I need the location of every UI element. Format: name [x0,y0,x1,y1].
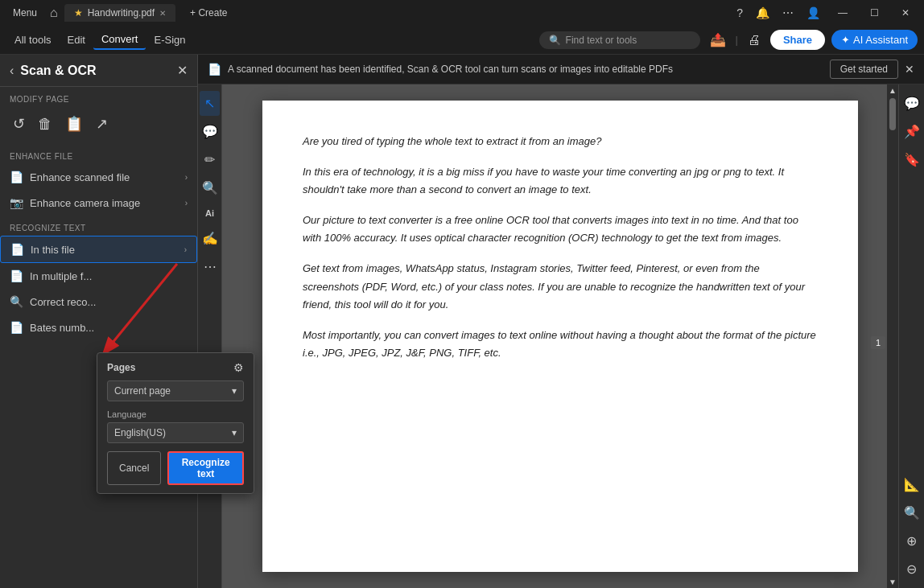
doc-area: ↖ 💬 ✏ 🔍 Ai ✍ ⋯ Are you tired of typing t… [198,84,924,588]
menu-edit[interactable]: Edit [60,31,93,49]
modify-icons-row: ↺ 🗑 📋 ↗ [0,107,197,144]
select-tool[interactable]: ↖ [200,91,220,116]
popup-buttons: Cancel Recognize text [107,451,244,485]
right-comment-btn[interactable]: 💬 [899,91,925,116]
language-chevron: ▾ [232,427,237,438]
minimize-button[interactable]: — [830,4,856,22]
language-select[interactable]: English(US) ▾ [107,422,244,443]
doc-paragraph-4: Get text from images, WhatsApp status, I… [303,260,818,313]
bell-icon[interactable]: 🔔 [753,3,773,23]
doc-paragraph-2: In this era of technology, it is a big m… [303,163,818,199]
in-this-file-icon: 📄 [10,243,24,256]
right-zoom-out-btn[interactable]: ⊖ [901,557,922,582]
draw-tool[interactable]: ✏ [200,147,220,172]
doc-paragraph-5: Most importantly, you can convert images… [303,327,818,362]
gear-icon[interactable]: ⚙ [233,361,244,374]
select-chevron: ▾ [232,385,237,397]
main-area: ‹ Scan & OCR ✕ MODIFY PAGE ↺ 🗑 📋 ↗ ENHAN… [0,55,924,588]
enhance-scanned-label: Enhance scanned file [30,171,130,183]
rotate-icon[interactable]: ↺ [10,112,28,136]
sidebar-header: ‹ Scan & OCR ✕ [0,55,197,87]
tab-star-icon: ★ [74,7,83,19]
bates-numb-item[interactable]: 📄 Bates numb... [0,315,197,340]
grid-icon[interactable]: ⋯ [779,3,797,23]
sign-tool[interactable]: ✍ [198,226,223,251]
right-panel: 💬 📌 🔖 📐 🔍 ⊕ ⊖ [898,84,924,588]
recognize-popup: Pages ⚙ Current page ▾ Language English(… [97,352,254,494]
doc-viewer[interactable]: Are you tired of typing the whole text t… [222,84,898,588]
right-pages-btn[interactable]: 🔖 [899,147,925,172]
right-bookmark-btn[interactable]: 📌 [899,119,925,144]
sidebar-close-icon[interactable]: ✕ [177,63,188,78]
sidebar: ‹ Scan & OCR ✕ MODIFY PAGE ↺ 🗑 📋 ↗ ENHAN… [0,55,198,588]
sidebar-back-icon[interactable]: ‹ [10,64,14,78]
enhance-file-label: ENHANCE FILE [0,144,197,164]
ai-assistant-button[interactable]: ✦ AI Assistant [831,30,918,50]
menu-right: 🔍 Find text or tools 📤 | 🖨 Share ✦ AI As… [539,29,918,51]
menu-all-tools[interactable]: All tools [6,31,60,49]
notif-text: A scanned document has been identified, … [228,64,823,75]
doc-toolbar: ↖ 💬 ✏ 🔍 Ai ✍ ⋯ [198,84,222,588]
get-started-button[interactable]: Get started [830,60,898,79]
zoom-tool[interactable]: 🔍 [198,175,223,200]
scroll-up-icon[interactable]: ▲ [887,84,898,97]
ai-icon: ✦ [841,34,850,46]
tab-close-icon[interactable]: ✕ [159,9,166,18]
vertical-scrollbar[interactable]: ▲ ▼ [887,84,898,588]
profile-icon[interactable]: 👤 [803,3,823,23]
bates-numb-label: Bates numb... [30,322,94,334]
doc-page: Are you tired of typing the whole text t… [262,101,858,572]
print-icon[interactable]: 🖨 [745,30,764,51]
maximize-button[interactable]: ☐ [862,4,887,22]
notif-close-icon[interactable]: ✕ [905,63,914,76]
scroll-down-icon[interactable]: ▼ [887,576,898,588]
page-number-badge: 1 [871,336,885,349]
recognize-text-button[interactable]: Recognize text [167,451,244,485]
in-multiple-icon: 📄 [10,269,23,282]
correct-reco-item[interactable]: 🔍 Correct reco... [0,289,197,315]
new-tab-button[interactable]: + Create [182,4,235,22]
menu-esign[interactable]: E-Sign [146,31,193,49]
current-page-select[interactable]: Current page ▾ [107,380,244,401]
language-value: English(US) [114,427,166,438]
active-tab[interactable]: ★ Handwriting.pdf ✕ [64,4,175,22]
enhance-scanned-item[interactable]: 📄 Enhance scanned file › [0,164,197,190]
menu-convert[interactable]: Convert [93,30,146,50]
language-label: Language [107,409,244,419]
chevron-icon3: › [184,245,187,254]
right-tools-btn[interactable]: 📐 [899,472,925,497]
menu-bar: All tools Edit Convert E-Sign 🔍 Find tex… [0,26,924,55]
bates-numb-icon: 📄 [10,321,23,334]
title-bar: Menu ⌂ ★ Handwriting.pdf ✕ + Create ? 🔔 … [0,0,924,26]
enhance-camera-icon: 📷 [10,196,23,209]
comment-tool[interactable]: 💬 [198,119,223,144]
cancel-button[interactable]: Cancel [107,451,161,485]
right-search-btn[interactable]: 🔍 [899,500,925,525]
insert-icon[interactable]: ↗ [93,112,111,136]
ai-tool[interactable]: Ai [200,204,219,223]
doc-paragraph-3: Our picture to text converter is a free … [303,212,818,247]
in-multiple-item[interactable]: 📄 In multiple f... [0,263,197,289]
help-icon[interactable]: ? [733,3,746,23]
right-zoom-btn[interactable]: ⊕ [901,528,922,553]
search-icon: 🔍 [549,35,561,46]
menu-button[interactable]: Menu [6,4,43,22]
recognize-text-label: RECOGNIZE TEXT [0,216,197,236]
chevron-icon2: › [185,199,188,208]
enhance-camera-label: Enhance camera image [30,197,140,209]
delete-icon[interactable]: 🗑 [35,112,56,136]
modify-page-label: MODIFY PAGE [0,87,197,107]
content-area: 📄 A scanned document has been identified… [198,55,924,588]
close-button[interactable]: ✕ [893,4,918,22]
in-this-file-item[interactable]: 📄 In this file › [0,236,197,263]
home-icon[interactable]: ⌂ [50,6,58,20]
scroll-thumb[interactable] [889,98,896,130]
search-bar[interactable]: 🔍 Find text or tools [539,31,700,49]
more-tool[interactable]: ⋯ [199,254,221,279]
enhance-camera-item[interactable]: 📷 Enhance camera image › [0,190,197,216]
notification-bar: 📄 A scanned document has been identified… [198,55,924,84]
share-button[interactable]: Share [770,30,825,50]
popup-header: Pages ⚙ [107,361,244,374]
upload-icon[interactable]: 📤 [707,29,729,51]
extract-icon[interactable]: 📋 [62,112,86,136]
